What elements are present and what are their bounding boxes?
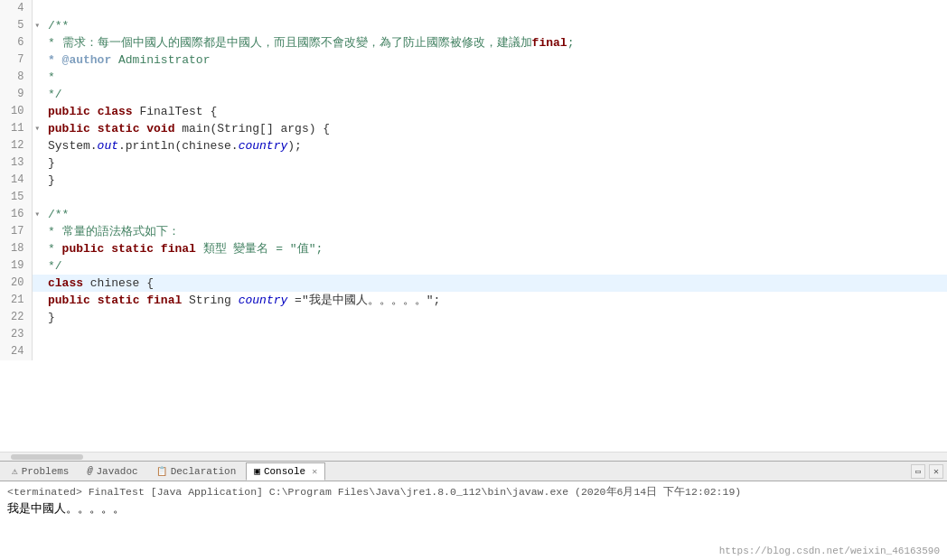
line-number: 21 [0, 292, 32, 309]
code-token: } [48, 173, 55, 187]
fold-icon[interactable]: ▾ [32, 206, 42, 223]
fold-icon [32, 343, 42, 360]
tab-problems[interactable]: ⚠ Problems [4, 462, 77, 481]
code-token-cell: } [42, 154, 947, 172]
code-line: 8 * [0, 69, 947, 86]
code-line: 18 * public static final 類型 變量名 = "值"; [0, 240, 947, 257]
line-number: 8 [0, 69, 32, 86]
code-token-cell [42, 343, 947, 360]
code-token: */ [48, 259, 62, 273]
line-number: 20 [0, 275, 32, 292]
code-editor: 45▾/**6 * 需求：每一個中國人的國際都是中國人，而且國際不會改變，為了防… [0, 0, 947, 461]
code-token-cell: } [42, 172, 947, 189]
code-token: * @author [48, 53, 111, 67]
fold-icon [32, 292, 42, 309]
code-token-cell: class chinese { [42, 275, 947, 292]
tab-javadoc[interactable]: @ Javadoc [79, 462, 145, 481]
code-token: String [182, 294, 238, 307]
code-token: ); [287, 139, 302, 153]
code-line: 13 } [0, 154, 947, 172]
line-number: 22 [0, 309, 32, 326]
fold-icon [32, 34, 42, 51]
fold-icon [32, 69, 42, 86]
problems-icon: ⚠ [12, 465, 18, 477]
code-token-cell: */ [42, 86, 947, 103]
code-token: public [48, 294, 90, 307]
horizontal-scrollbar[interactable] [0, 452, 947, 461]
code-line: 11▾public static void main(String[] args… [0, 120, 947, 137]
fold-icon [32, 223, 42, 240]
minimize-console-button[interactable]: ▭ [911, 464, 925, 479]
code-line: 24 [0, 343, 947, 360]
code-token: ; [567, 36, 575, 50]
code-token [90, 105, 98, 118]
code-token-cell: * public static final 類型 變量名 = "值"; [42, 240, 947, 257]
fold-icon [32, 275, 42, 292]
fold-icon[interactable]: ▾ [32, 17, 42, 34]
tab-console[interactable]: ▣ Console ✕ [246, 462, 325, 481]
code-line: 14} [0, 172, 947, 189]
code-token: class [48, 276, 83, 290]
code-token: static [98, 122, 140, 135]
code-token: * [48, 242, 62, 256]
line-number: 6 [0, 34, 32, 51]
fold-icon [32, 51, 42, 69]
line-number: 24 [0, 343, 32, 360]
code-token-cell: */ [42, 257, 947, 275]
line-number: 4 [0, 0, 32, 17]
fold-icon [32, 137, 42, 154]
line-number: 16 [0, 206, 32, 223]
line-number: 15 [0, 189, 32, 206]
code-token: country [239, 294, 288, 307]
code-token: final [146, 294, 182, 307]
code-token: * [48, 70, 55, 84]
tab-actions: ▭ ✕ [911, 464, 943, 479]
code-token: public [48, 122, 90, 135]
code-token: class [98, 105, 133, 118]
code-token-cell: * [42, 69, 947, 86]
tab-declaration[interactable]: 📋 Declaration [148, 462, 245, 481]
code-token: */ [48, 88, 62, 101]
fold-icon [32, 86, 42, 103]
code-token-cell: * @author Administrator [42, 51, 947, 69]
code-token: * 需求：每一個中國人的國際都是中國人，而且國際不會改變，為了防止國際被修改，建… [48, 36, 532, 50]
code-token-cell: public static final String country ="我是中… [42, 292, 947, 309]
code-token: System. [48, 139, 98, 153]
fold-icon [32, 189, 42, 206]
line-number: 14 [0, 172, 32, 189]
bottom-panel: ⚠ Problems @ Javadoc 📋 Declaration ▣ Con… [0, 461, 947, 560]
code-token: .println(chinese. [118, 139, 239, 153]
code-token: public [48, 105, 90, 118]
console-icon: ▣ [254, 465, 260, 477]
code-token-cell: /** [42, 17, 947, 34]
code-line: 9 */ [0, 86, 947, 103]
code-scroll-area[interactable]: 45▾/**6 * 需求：每一個中國人的國際都是中國人，而且國際不會改變，為了防… [0, 0, 947, 452]
declaration-label: Declaration [171, 466, 237, 477]
code-token [90, 122, 98, 135]
declaration-icon: 📋 [156, 466, 167, 477]
scrollbar-thumb[interactable] [11, 454, 83, 460]
code-line: 23 [0, 326, 947, 343]
tab-bar: ⚠ Problems @ Javadoc 📋 Declaration ▣ Con… [0, 462, 947, 481]
code-token: final [532, 36, 567, 50]
code-line: 17 * 常量的語法格式如下： [0, 223, 947, 240]
line-number: 7 [0, 51, 32, 69]
fold-icon [32, 172, 42, 189]
code-line: 22} [0, 309, 947, 326]
code-line: 21 public static final String country ="… [0, 292, 947, 309]
fold-icon [32, 103, 42, 120]
code-line: 12 System.out.println(chinese.country); [0, 137, 947, 154]
line-number: 23 [0, 326, 32, 343]
line-number: 18 [0, 240, 32, 257]
code-line: 4 [0, 0, 947, 17]
code-token-cell: public class FinalTest { [42, 103, 947, 120]
console-x-icon[interactable]: ✕ [312, 466, 317, 477]
close-console-button[interactable]: ✕ [929, 464, 943, 479]
code-token: static [98, 294, 140, 307]
code-line: 19 */ [0, 257, 947, 275]
code-token-cell [42, 326, 947, 343]
fold-icon [32, 326, 42, 343]
code-token: * 常量的語法格式如下： [48, 225, 180, 238]
code-token [90, 294, 98, 307]
fold-icon[interactable]: ▾ [32, 120, 42, 137]
